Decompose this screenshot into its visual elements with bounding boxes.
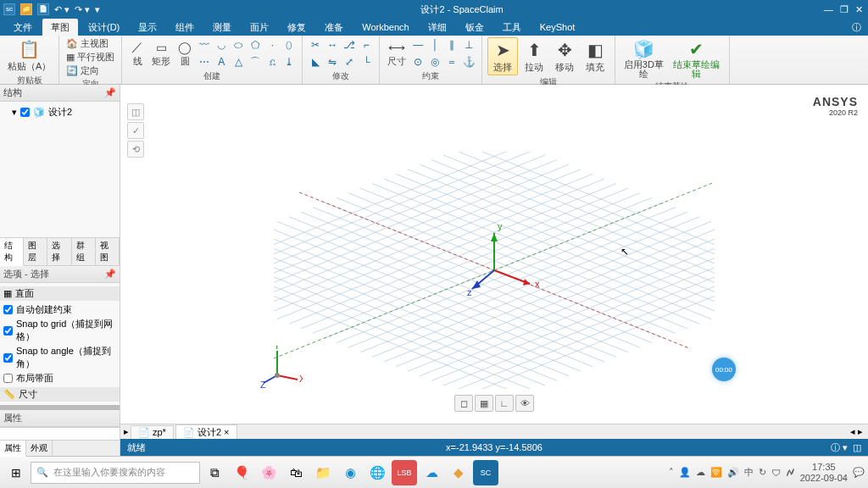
ellipse-icon[interactable]: ⬭ xyxy=(231,37,246,53)
tab-workbench[interactable]: Workbench xyxy=(353,19,417,35)
tray-shield-icon[interactable]: 🛡 xyxy=(771,468,781,478)
taskbar-search[interactable]: 🔍 在这里输入你要搜索的内容 xyxy=(31,462,200,484)
home-view-button[interactable]: 🏠主视图 xyxy=(64,37,116,50)
help-icon[interactable]: ⓘ xyxy=(852,21,868,34)
fix-icon[interactable]: ⚓ xyxy=(461,54,476,69)
app-icon-2[interactable]: 🌸 xyxy=(256,460,281,485)
app-icon-6[interactable]: ◆ xyxy=(446,460,471,485)
panel-pin-icon[interactable]: 📌 xyxy=(104,269,116,280)
end-sketch-button[interactable]: ✔结束草绘编辑 xyxy=(668,37,724,80)
doc-tabs-nav-icon[interactable]: ◂ ▸ xyxy=(850,426,868,437)
perpendicular-icon[interactable]: ⊥ xyxy=(461,37,476,53)
options-section-cartesian[interactable]: ▦直面 xyxy=(0,286,120,301)
opt-layout-check[interactable] xyxy=(3,374,13,383)
minimize-icon[interactable]: — xyxy=(824,4,833,15)
tab-tools[interactable]: 工具 xyxy=(494,19,530,36)
maximize-icon[interactable]: ❐ xyxy=(840,4,849,15)
redo-icon[interactable]: ↷ ▾ xyxy=(75,4,90,15)
offset-icon[interactable]: ⎌ xyxy=(264,54,280,69)
tree-root[interactable]: ▾ 🧊 设计2 xyxy=(3,105,116,119)
panel-pin-icon[interactable]: 📌 xyxy=(104,87,116,98)
tab-sketch[interactable]: 草图 xyxy=(42,19,78,36)
construction-icon[interactable]: ⋯ xyxy=(197,54,212,69)
tab-setup[interactable]: 准备 xyxy=(316,19,352,36)
threepoint-icon[interactable]: △ xyxy=(231,54,246,69)
sidetab-structure[interactable]: 结构 xyxy=(0,238,24,266)
taskbar-clock[interactable]: 17:35 2022-09-04 xyxy=(800,462,848,482)
chamfer-icon[interactable]: ◣ xyxy=(308,54,323,69)
orient-button[interactable]: 🔄定向 xyxy=(64,64,116,77)
options-section-dim[interactable]: 📏尺寸 xyxy=(0,387,120,402)
spline-icon[interactable]: 〰 xyxy=(197,37,212,53)
point-icon[interactable]: · xyxy=(264,37,280,53)
proptab-appearance[interactable]: 外观 xyxy=(26,441,53,456)
tab-file[interactable]: 文件 xyxy=(5,19,41,36)
app-icon-3[interactable]: 🛍 xyxy=(283,460,309,485)
opt-snapgrid-check[interactable] xyxy=(3,326,13,336)
tab-measure[interactable]: 测量 xyxy=(204,19,240,36)
tray-up-icon[interactable]: ˄ xyxy=(669,467,674,478)
polygon-icon[interactable]: ⬠ xyxy=(248,37,263,53)
tree-expand-icon[interactable]: ▾ xyxy=(12,107,17,118)
doc-tab-1[interactable]: 📄zp* xyxy=(131,425,174,439)
fill-button[interactable]: ◧填充 xyxy=(581,38,609,75)
vp-tool-2[interactable]: ✓ xyxy=(127,122,144,139)
browser-icon[interactable]: ◉ xyxy=(337,460,363,485)
split-icon[interactable]: ⎇ xyxy=(342,37,357,53)
vertical-icon[interactable]: │ xyxy=(427,37,442,53)
spaceclaim-taskbar-icon[interactable]: SC xyxy=(473,460,498,485)
arc-icon[interactable]: ◡ xyxy=(214,37,229,53)
sidetab-groups[interactable]: 群组 xyxy=(72,238,96,265)
app-icon-1[interactable]: 🎈 xyxy=(229,460,254,485)
snap-toggle-icon[interactable]: ◻ xyxy=(454,395,473,412)
opt-autoconstraint-check[interactable] xyxy=(3,305,13,314)
start-button[interactable]: ⊞ xyxy=(3,460,29,485)
line-button[interactable]: ／线 xyxy=(127,39,147,69)
vp-tool-3[interactable]: ⟲ xyxy=(127,141,144,158)
doc-tab-2[interactable]: 📄设计2 × xyxy=(175,424,237,440)
rect-button[interactable]: ▭矩形 xyxy=(149,39,173,69)
tree-root-checkbox[interactable] xyxy=(20,108,30,117)
tab-prepare[interactable]: 修复 xyxy=(279,19,314,36)
undo-icon[interactable]: ↶ ▾ xyxy=(54,4,70,15)
app-icon-4[interactable]: LSB xyxy=(392,460,417,485)
tray-net-icon[interactable]: 🛜 xyxy=(710,467,722,478)
vp-tool-1[interactable]: ◫ xyxy=(127,103,144,120)
equal-icon[interactable]: ＝ xyxy=(444,54,459,69)
orientation-triad[interactable]: X Y Z xyxy=(260,346,303,388)
tab-keyshot[interactable]: KeyShot xyxy=(531,19,584,35)
sidetab-views[interactable]: 视图 xyxy=(96,238,120,265)
doc-tabs-more-icon[interactable]: ▸ xyxy=(124,426,129,437)
tray-vol-icon[interactable]: 🔊 xyxy=(727,467,739,478)
sketch-plane[interactable]: x y z xyxy=(274,152,715,389)
parallel-icon[interactable]: ∥ xyxy=(444,37,459,53)
tab-detailed[interactable]: 详细 xyxy=(420,19,455,36)
plan-view-button[interactable]: ▦平行视图 xyxy=(64,51,116,64)
status-view-icon[interactable]: ◫ xyxy=(853,442,861,453)
coincident-icon[interactable]: ⊙ xyxy=(410,54,426,69)
proptab-props[interactable]: 属性 xyxy=(0,441,26,457)
tangent-icon[interactable]: ⌒ xyxy=(248,54,263,69)
view-toggle-icon[interactable]: 👁 xyxy=(515,395,534,412)
grid-toggle-icon[interactable]: ▦ xyxy=(475,395,493,412)
tab-patch[interactable]: 面片 xyxy=(242,19,277,36)
select-button[interactable]: ➤选择 xyxy=(487,37,518,75)
pull-button[interactable]: ⬆拉动 xyxy=(520,38,548,75)
tab-display[interactable]: 显示 xyxy=(130,19,165,36)
close-icon[interactable]: ✕ xyxy=(855,4,863,15)
tab-design[interactable]: 设计(D) xyxy=(80,19,128,36)
viewport[interactable]: x y z ↖ ◫ ✓ ⟲ ANSYS 2020 R2 00:00 X Y Z … xyxy=(120,85,868,456)
text-icon[interactable]: A xyxy=(214,54,229,69)
fillet-icon[interactable]: ⌐ xyxy=(359,37,374,53)
ortho-toggle-icon[interactable]: ∟ xyxy=(495,395,514,412)
tray-batt-icon[interactable]: 🗲 xyxy=(786,468,795,478)
corner-icon[interactable]: └ xyxy=(359,54,374,69)
mirror-icon[interactable]: ⇋ xyxy=(325,54,340,69)
tab-sheet[interactable]: 钣金 xyxy=(457,19,492,36)
paste-button[interactable]: 📋 粘贴（A） xyxy=(5,37,53,74)
trim-icon[interactable]: ✂ xyxy=(308,37,323,53)
tab-assemble[interactable]: 组件 xyxy=(167,19,203,36)
tray-ime-icon[interactable]: 中 xyxy=(744,466,754,479)
new-icon[interactable]: 📄 xyxy=(37,3,49,15)
slot-icon[interactable]: ⬯ xyxy=(281,37,297,53)
